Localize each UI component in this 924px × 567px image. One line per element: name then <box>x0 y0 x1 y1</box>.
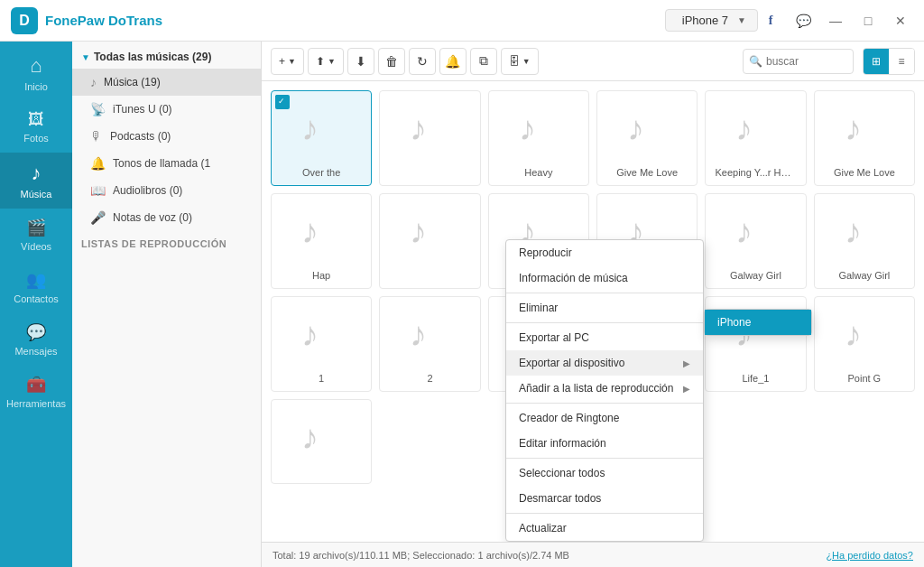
sidebar: ⌂ Inicio 🖼 Fotos ♪ Música 🎬 Vídeos 👥 Con… <box>0 42 72 567</box>
list-view-button[interactable]: ≡ <box>889 49 914 74</box>
sidebar-item-contactos[interactable]: 👥 Contactos <box>0 261 72 313</box>
ctx-añadir-lista-arrow-icon: ▶ <box>683 384 690 394</box>
minimize-button[interactable]: — <box>823 8 848 33</box>
ctx-exportar-disp[interactable]: Exportar al dispositivo ▶ <box>506 350 703 376</box>
nav-item-audiolibros[interactable]: 📖 Audiolibros (0) <box>72 177 261 204</box>
status-bar: Total: 19 archivo(s)/110.11 MB; Seleccio… <box>262 542 924 567</box>
app-name: FonePaw DoTrans <box>45 13 665 28</box>
svg-text:♪: ♪ <box>735 109 753 147</box>
toolbar: + ▼ ⬆ ▼ ⬇ 🗑 ↻ 🔔 ⧉ 🗄 <box>262 42 924 81</box>
ctx-eliminar[interactable]: Eliminar <box>506 295 703 321</box>
music-card[interactable]: ♪ Give Me Love <box>814 90 915 186</box>
sidebar-item-videos[interactable]: 🎬 Vídeos <box>0 209 72 261</box>
sidebar-item-musica[interactable]: ♪ Música <box>0 153 72 209</box>
tools-icon: 🧰 <box>26 375 46 395</box>
sidebar-label-inicio: Inicio <box>24 81 48 92</box>
music-card[interactable]: ♪ Galway Girl <box>814 193 915 289</box>
submenu-iphone[interactable]: iPhone <box>705 310 811 335</box>
music-thumbnail: ♪ <box>719 201 791 265</box>
nav-item-podcasts[interactable]: 🎙 Podcasts (0) <box>72 123 261 150</box>
maximize-button[interactable]: □ <box>855 8 881 33</box>
ctx-sep-5 <box>506 513 703 514</box>
music-card[interactable]: ♪ Hap <box>271 193 372 289</box>
music-title: Galway Girl <box>824 270 905 281</box>
svg-text:♪: ♪ <box>627 109 644 147</box>
nav-item-musica[interactable]: ♪ Música (19) <box>72 69 261 96</box>
sidebar-label-musica: Música <box>21 189 52 200</box>
nav-item-notas-voz[interactable]: 🎤 Notas de voz (0) <box>72 204 261 231</box>
messages-icon: 💬 <box>26 322 46 342</box>
list-icon: ≡ <box>898 55 904 68</box>
music-title: Give Me Love <box>606 167 688 178</box>
music-card[interactable]: ♪ 1 <box>271 296 372 392</box>
music-card[interactable]: ♪ Keeping Y...r Head Up <box>705 90 806 186</box>
lost-data-link[interactable]: ¿Ha perdido datos? <box>826 550 913 561</box>
device-selector[interactable]: iPhone 7 ▼ <box>665 9 758 32</box>
ctx-exportar-pc[interactable]: Exportar al PC <box>506 325 703 350</box>
delete-button[interactable]: 🗑 <box>378 48 405 75</box>
sidebar-item-mensajes[interactable]: 💬 Mensajes <box>0 313 72 366</box>
message-icon[interactable]: 💬 <box>790 8 816 33</box>
delete-icon: 🗑 <box>385 54 398 69</box>
sidebar-item-inicio[interactable]: ⌂ Inicio <box>0 45 72 101</box>
nav-item-itunes[interactable]: 📡 iTunes U (0) <box>72 96 261 123</box>
search-input[interactable] <box>766 55 847 68</box>
music-card[interactable]: ✓ ♪ Over the <box>271 90 372 186</box>
music-title: Give Me Love <box>824 167 905 178</box>
import-button[interactable]: ⬇ <box>347 48 374 75</box>
music-title: Point G <box>824 373 905 384</box>
export-arrow-icon: ▼ <box>328 57 336 66</box>
status-text: Total: 19 archivo(s)/110.11 MB; Seleccio… <box>273 550 569 561</box>
music-thumbnail: ♪ <box>503 98 575 162</box>
chevron-down-icon: ▼ <box>737 15 746 25</box>
music-card[interactable]: ♪ Heavy <box>488 90 589 186</box>
nav-item-tonos[interactable]: 🔔 Tonos de llamada (1 <box>72 150 261 177</box>
sidebar-label-mensajes: Mensajes <box>14 346 57 357</box>
close-button[interactable]: ✕ <box>888 8 913 33</box>
title-bar: D FonePaw DoTrans iPhone 7 ▼ f 💬 — □ ✕ <box>0 0 924 42</box>
music-card[interactable]: ♪ Galway Girl <box>705 193 806 289</box>
refresh-button[interactable]: ↻ <box>409 48 436 75</box>
music-card[interactable]: ♪ <box>379 193 480 289</box>
export-button[interactable]: ⬆ ▼ <box>308 48 344 75</box>
copy-button[interactable]: ⧉ <box>470 48 497 75</box>
ctx-ringtone-label: Creador de Ringtone <box>519 412 619 424</box>
grid-view-button[interactable]: ⊞ <box>864 49 889 74</box>
copy-icon: ⧉ <box>479 53 488 69</box>
refresh-icon: ↻ <box>417 54 428 69</box>
ctx-editar[interactable]: Editar información <box>506 431 703 456</box>
music-card[interactable]: ♪ Give Me Love <box>596 90 698 186</box>
ctx-actualizar[interactable]: Actualizar <box>506 516 703 541</box>
ctx-reproducir[interactable]: Reproducir <box>506 240 703 265</box>
ctx-desmarcar-todos[interactable]: Desmarcar todos <box>506 486 703 511</box>
music-card[interactable]: ♪ Point G <box>814 296 915 392</box>
category-arrow-icon: ▼ <box>81 52 90 62</box>
music-card[interactable]: ♪ <box>271 399 372 484</box>
tools-button[interactable]: 🗄 ▼ <box>501 48 539 75</box>
ctx-ringtone[interactable]: Creador de Ringtone <box>506 405 703 431</box>
ctx-sep-1 <box>506 293 703 293</box>
photos-icon: 🖼 <box>28 110 44 129</box>
ctx-eliminar-label: Eliminar <box>519 302 558 314</box>
tools-icon: 🗄 <box>509 55 520 68</box>
music-card[interactable]: ♪ <box>379 90 480 186</box>
sidebar-item-fotos[interactable]: 🖼 Fotos <box>0 101 72 153</box>
sidebar-item-herramientas[interactable]: 🧰 Herramientas <box>0 366 72 418</box>
facebook-icon[interactable]: f <box>758 8 783 33</box>
music-thumbnail: ♪ <box>285 407 357 470</box>
music-title: Galway Girl <box>715 270 796 281</box>
ctx-info[interactable]: Información de música <box>506 265 703 291</box>
ctx-seleccionar-todos[interactable]: Seleccionar todos <box>506 460 703 486</box>
music-card[interactable]: ♪ 2 <box>379 296 480 392</box>
video-icon: 🎬 <box>26 218 46 237</box>
notification-button[interactable]: 🔔 <box>439 48 467 75</box>
ctx-sep-2 <box>506 322 703 323</box>
ctx-exportar-pc-label: Exportar al PC <box>519 331 589 344</box>
ctx-añadir-lista[interactable]: Añadir a la lista de reproducción ▶ <box>506 376 703 401</box>
sidebar-label-fotos: Fotos <box>23 133 49 144</box>
playlists-section-title: Listas de reproducción <box>72 231 261 253</box>
ctx-info-label: Información de música <box>519 272 628 284</box>
sidebar-label-contactos: Contactos <box>14 293 59 304</box>
add-button[interactable]: + ▼ <box>271 48 304 75</box>
ctx-seleccionar-todos-label: Seleccionar todos <box>519 467 605 479</box>
